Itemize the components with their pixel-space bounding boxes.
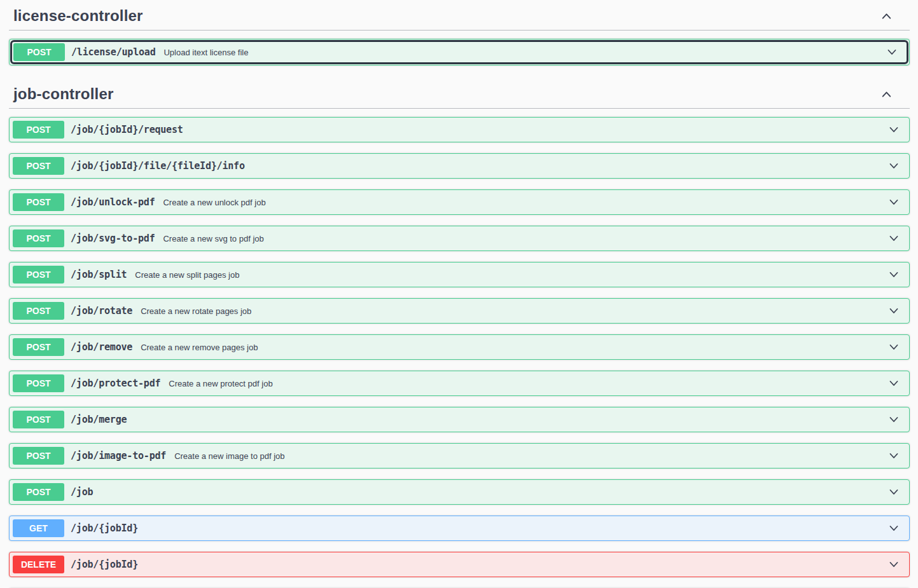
operation-description: Create a new rotate pages job <box>141 306 251 316</box>
operation-expand-button[interactable] <box>887 558 900 571</box>
http-method-badge: POST <box>13 447 64 465</box>
operation-description: Upload itext license file <box>163 48 248 57</box>
http-method-badge: POST <box>13 157 64 175</box>
operation-expand-button[interactable] <box>887 449 900 462</box>
http-method-badge: GET <box>13 519 64 537</box>
api-operations-list: license-controller POST /license/upload … <box>0 0 918 588</box>
chevron-down-icon <box>887 196 900 209</box>
operation-row: POST /job/remove Create a new remove pag… <box>9 334 910 360</box>
operation-path: /job/remove <box>71 341 132 353</box>
http-method-badge: POST <box>13 121 64 139</box>
section-divider <box>9 108 910 109</box>
operation-expand-button[interactable] <box>887 268 900 281</box>
operation-expand-button[interactable] <box>887 123 900 136</box>
chevron-down-icon <box>887 486 900 498</box>
operation-summary-bar[interactable]: POST /job <box>10 480 909 504</box>
operation-summary-bar[interactable]: POST /job/merge <box>10 407 909 432</box>
operation-description: Create a new remove pages job <box>141 343 258 352</box>
operation-expand-button[interactable] <box>887 341 900 353</box>
operation-summary-bar[interactable]: POST /job/{jobId}/file/{fileId}/info <box>10 154 909 178</box>
operation-row: POST /job/split Create a new split pages… <box>9 262 910 287</box>
operation-path: /job/{jobId}/request <box>71 124 183 135</box>
operation-summary-bar[interactable]: POST /job/unlock-pdf Create a new unlock… <box>10 190 909 214</box>
section-operations: POST /license/upload Upload itext licens… <box>9 39 910 65</box>
chevron-down-icon <box>887 449 900 462</box>
operation-path: /job/{jobId} <box>71 559 138 570</box>
operation-row: POST /job/{jobId}/file/{fileId}/info <box>9 153 910 179</box>
http-method-badge: POST <box>13 483 64 501</box>
operation-path: /job/rotate <box>71 305 132 317</box>
section-divider <box>9 30 910 31</box>
operation-path: /job/svg-to-pdf <box>71 233 155 244</box>
http-method-badge: DELETE <box>13 556 64 573</box>
operation-expand-button[interactable] <box>887 232 900 245</box>
http-method-badge: POST <box>13 374 64 392</box>
operation-path: /job/protect-pdf <box>71 378 160 389</box>
chevron-down-icon <box>887 123 900 136</box>
operation-expand-button[interactable] <box>887 413 900 426</box>
operation-expand-button[interactable] <box>887 522 900 535</box>
operation-row: POST /job/svg-to-pdf Create a new svg to… <box>9 226 910 251</box>
operation-path: /job/{jobId}/file/{fileId}/info <box>71 160 245 172</box>
http-method-badge: POST <box>13 229 64 247</box>
operation-path: /job/unlock-pdf <box>71 196 155 208</box>
operation-expand-button[interactable] <box>887 304 900 317</box>
operation-path: /job/split <box>71 269 127 280</box>
operation-summary-bar[interactable]: POST /job/{jobId}/request <box>10 118 909 142</box>
section-operations: POST /job/{jobId}/request POST /job/{job… <box>9 117 910 588</box>
operation-expand-button[interactable] <box>887 377 900 390</box>
operation-summary-bar[interactable]: DELETE /job/{jobId} <box>10 552 909 577</box>
operation-row: POST /job/merge <box>9 407 910 432</box>
operation-description: Create a new protect pdf job <box>169 379 272 388</box>
http-method-badge: POST <box>13 193 64 211</box>
operation-path: /job/merge <box>71 414 127 425</box>
operation-expand-button[interactable] <box>887 160 900 172</box>
operation-description: Create a new unlock pdf job <box>163 198 265 207</box>
http-method-badge: POST <box>13 43 65 61</box>
operation-summary-bar[interactable]: POST /job/protect-pdf Create a new prote… <box>10 371 909 395</box>
operation-row: POST /license/upload Upload itext licens… <box>9 39 910 65</box>
operation-row: POST /job/image-to-pdf Create a new imag… <box>9 443 910 468</box>
operation-summary-bar[interactable]: POST /job/rotate Create a new rotate pag… <box>10 299 909 323</box>
operation-summary-bar[interactable]: POST /job/image-to-pdf Create a new imag… <box>10 444 909 468</box>
chevron-down-icon <box>887 304 900 317</box>
chevron-up-icon <box>880 88 893 101</box>
section-collapse-button[interactable] <box>880 10 893 23</box>
chevron-down-icon <box>886 46 898 58</box>
operation-expand-button[interactable] <box>887 486 900 498</box>
operation-expand-button[interactable] <box>886 46 898 58</box>
section-header[interactable]: job-controller <box>9 79 910 108</box>
operation-summary-bar[interactable]: POST /job/remove Create a new remove pag… <box>10 335 909 359</box>
http-method-badge: POST <box>13 338 64 356</box>
operation-summary-bar[interactable]: POST /job/split Create a new split pages… <box>10 263 909 287</box>
operation-summary-bar[interactable]: POST /job/svg-to-pdf Create a new svg to… <box>10 226 909 250</box>
operation-row: POST /job/rotate Create a new rotate pag… <box>9 298 910 324</box>
api-section-license-controller: license-controller POST /license/upload … <box>9 0 910 65</box>
operation-summary-bar[interactable]: POST /license/upload Upload itext licens… <box>10 40 908 64</box>
operation-summary-bar[interactable]: GET /job/{jobId} <box>10 516 909 540</box>
operation-row: DELETE /job/{jobId} <box>9 552 910 577</box>
operation-expand-button[interactable] <box>887 196 900 209</box>
chevron-down-icon <box>887 341 900 353</box>
operation-row: POST /job <box>9 479 910 505</box>
operation-path: /job <box>71 486 93 498</box>
chevron-down-icon <box>887 232 900 245</box>
section-header[interactable]: license-controller <box>9 1 910 30</box>
operation-description: Create a new image to pdf job <box>174 451 284 461</box>
api-section-job-controller: job-controller POST /job/{jobId}/request <box>9 76 910 588</box>
section-collapse-button[interactable] <box>880 88 893 101</box>
http-method-badge: POST <box>13 411 64 428</box>
operation-path: /job/{jobId} <box>71 523 138 534</box>
chevron-down-icon <box>887 268 900 281</box>
http-method-badge: POST <box>13 302 64 320</box>
operation-row: POST /job/protect-pdf Create a new prote… <box>9 371 910 396</box>
section-title: license-controller <box>13 7 143 25</box>
operation-path: /job/image-to-pdf <box>71 450 166 462</box>
operation-row: POST /job/{jobId}/request <box>9 117 910 142</box>
operation-description: Create a new split pages job <box>135 270 239 280</box>
operation-row: POST /job/unlock-pdf Create a new unlock… <box>9 189 910 215</box>
operation-description: Create a new svg to pdf job <box>163 234 263 243</box>
operation-row: GET /job/{jobId} <box>9 516 910 541</box>
chevron-down-icon <box>887 558 900 571</box>
section-title: job-controller <box>13 85 113 103</box>
